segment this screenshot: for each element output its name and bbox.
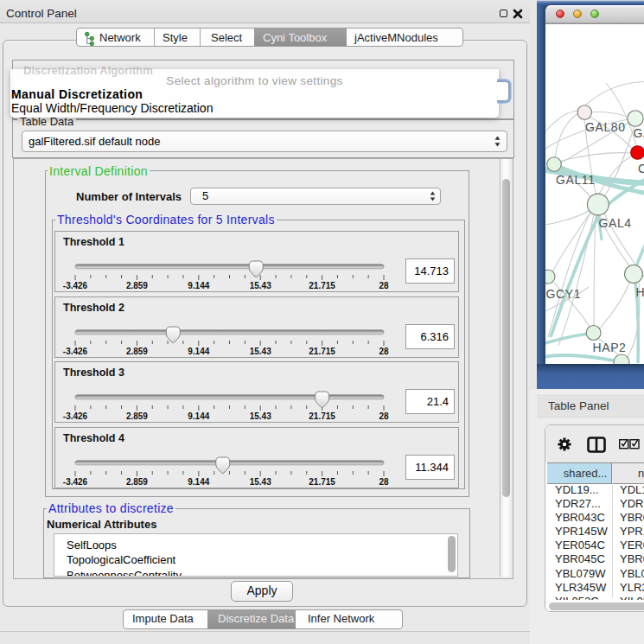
svg-text:28: 28 [379,476,389,486]
svg-text:2.859: 2.859 [126,346,148,355]
svg-text:15.43: 15.43 [250,411,271,421]
svg-text:GAL11: GAL11 [556,173,596,187]
svg-text:15.43: 15.43 [250,346,271,355]
svg-text:GCY1: GCY1 [546,287,582,301]
svg-text:GAL4: GAL4 [599,216,632,230]
svg-text:9.144: 9.144 [188,476,209,486]
svg-text:9.144: 9.144 [188,281,209,290]
svg-text:2.859: 2.859 [126,476,148,486]
svg-text:HAP2: HAP2 [593,341,627,354]
svg-text:28: 28 [379,346,389,355]
svg-text:GA: GA [634,126,644,140]
svg-text:15.43: 15.43 [250,281,271,290]
svg-text:9.144: 9.144 [188,346,209,355]
svg-text:-3.426: -3.426 [63,281,88,290]
svg-text:-3.426: -3.426 [63,411,88,421]
svg-text:21.715: 21.715 [309,411,335,421]
svg-text:HIS: HIS [636,285,644,299]
svg-text:21.715: 21.715 [309,281,335,290]
svg-text:GAL80: GAL80 [585,120,626,134]
svg-text:2.859: 2.859 [126,281,148,290]
svg-text:21.715: 21.715 [309,476,335,486]
svg-text:15.43: 15.43 [250,476,271,486]
svg-text:CD: CD [638,162,644,175]
svg-text:9.144: 9.144 [188,411,209,421]
svg-text:28: 28 [379,411,389,421]
svg-text:2.859: 2.859 [126,411,148,421]
svg-text:-3.426: -3.426 [63,346,88,355]
svg-text:28: 28 [379,281,389,290]
svg-text:-3.426: -3.426 [63,476,88,486]
svg-text:21.715: 21.715 [309,346,335,355]
